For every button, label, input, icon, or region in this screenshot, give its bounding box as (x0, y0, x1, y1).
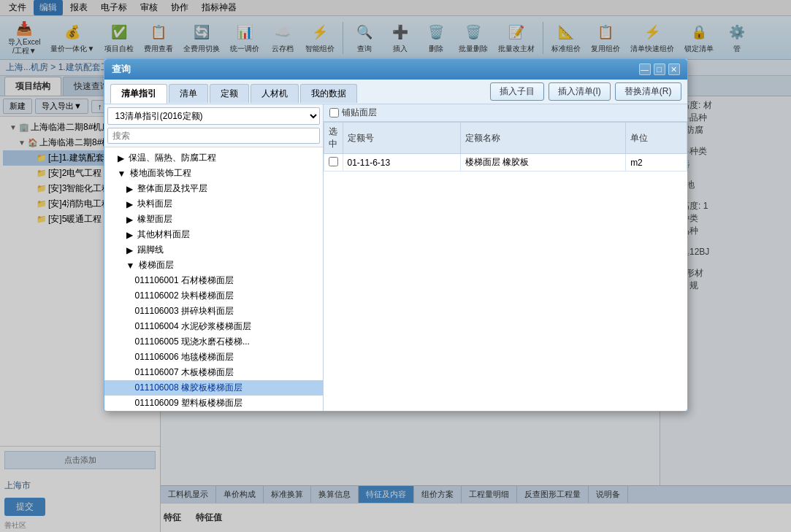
modal-title-bar: 查询 — □ ✕ (104, 59, 687, 80)
section-checkbox[interactable] (329, 108, 339, 117)
tree-arrow-icon: ▼ (118, 169, 126, 179)
tree-item-label: 011106005 现浇水磨石楼梯... (135, 336, 250, 348)
modal-title: 查询 (112, 63, 131, 76)
tree-arrow-icon: ▶ (126, 215, 133, 225)
tree-item-011106009[interactable]: 011106009 塑料板楼梯面层 (104, 396, 323, 411)
tree-item-label: 011106006 地毯楼梯面层 (135, 351, 234, 363)
query-modal: 查询 — □ ✕ 清单指引 清单 定额 人材机 我的数据 插入子目 插入清单(I… (104, 58, 688, 412)
tree-item-011106005[interactable]: 011106005 现浇水磨石楼梯... (104, 334, 323, 350)
insert-target-button[interactable]: 插入子目 (490, 82, 544, 101)
tree-arrow-icon: ▶ (126, 230, 133, 240)
tree-item-label: 保温、隔热、防腐工程 (129, 152, 216, 164)
tree-item-label: 011106001 石材楼梯面层 (135, 274, 234, 287)
search-input[interactable] (107, 128, 320, 144)
tree-item-whole-layer[interactable]: ▶ 整体面层及找平层 (104, 181, 323, 196)
tree-item-011106007[interactable]: 011106007 木板楼梯面层 (104, 365, 323, 380)
modal-tab-my-data[interactable]: 我的数据 (300, 84, 357, 103)
quota-no-cell: 01-11-6-13 (343, 154, 461, 171)
tree-item-label: 楼地面装饰工程 (130, 167, 191, 180)
th-quota-no: 定额号 (343, 123, 461, 154)
replace-list-button[interactable]: 替换清单(R) (615, 82, 681, 101)
tree-item-label: 011106004 水泥砂浆楼梯面层 (135, 320, 251, 333)
tree-item-011106006[interactable]: 011106006 地毯楼梯面层 (104, 350, 323, 365)
modal-tabs-row: 清单指引 清单 定额 人材机 我的数据 插入子目 插入清单(I) 替换清单(R) (104, 80, 687, 104)
row-checkbox-cell[interactable] (324, 154, 343, 171)
tree-item-stair-layer[interactable]: ▼ 楼梯面层 (104, 258, 323, 273)
tree-item-baseboard[interactable]: ▶ 踢脚线 (104, 242, 323, 258)
tree-arrow-icon: ▶ (126, 184, 133, 194)
tree-item-label: 011106009 塑料板楼梯面层 (135, 397, 242, 409)
section-header: 铺贴面层 (324, 104, 687, 122)
tree-item-insulation[interactable]: ▶ 保温、隔热、防腐工程 (104, 150, 323, 166)
th-select: 选中 (324, 123, 343, 154)
tree-item-label: 011106002 块料楼梯面层 (135, 290, 234, 302)
tree-item-label: 楼梯面层 (139, 259, 174, 271)
insert-list-button[interactable]: 插入清单(I) (549, 82, 611, 101)
tree-item-label: 踢脚线 (137, 244, 164, 256)
tree-item-label: 其他材料面层 (137, 228, 190, 241)
modal-tab-labor-material[interactable]: 人材机 (251, 84, 299, 103)
row-checkbox[interactable] (329, 157, 338, 166)
unit-cell: m2 (626, 154, 687, 171)
tree-item-label: 整体面层及找平层 (137, 182, 207, 195)
modal-tab-list[interactable]: 清单 (169, 84, 208, 103)
tree-item-block-layer[interactable]: ▶ 块料面层 (104, 196, 323, 212)
tree-item-rubber-layer[interactable]: ▶ 橡塑面层 (104, 212, 323, 227)
tree-item-label: 011106007 木板楼梯面层 (135, 366, 234, 379)
modal-tab-list-guide[interactable]: 清单指引 (110, 84, 167, 104)
tree-arrow-icon: ▶ (126, 199, 133, 209)
modal-tab-quota[interactable]: 定额 (210, 84, 249, 103)
tree-item-label: 011106003 拼碎块料面层 (135, 305, 234, 317)
modal-close-button[interactable]: ✕ (668, 63, 680, 75)
tree-item-label: 橡塑面层 (137, 213, 172, 225)
table-row[interactable]: 01-11-6-13 楼梯面层 橡胶板 m2 (324, 154, 687, 171)
tree-arrow-icon: ▶ (118, 153, 124, 163)
modal-maximize-button[interactable]: □ (654, 63, 665, 75)
tree-item-011106004[interactable]: 011106004 水泥砂浆楼梯面层 (104, 319, 323, 334)
tree-item-011106008[interactable]: 011106008 橡胶板楼梯面层 (104, 380, 323, 396)
quota-name-cell: 楼梯面层 橡胶板 (461, 154, 626, 171)
tree-item-other-material[interactable]: ▶ 其他材料面层 (104, 227, 323, 242)
tree-item-011106003[interactable]: 011106003 拼碎块料面层 (104, 304, 323, 319)
th-quota-name: 定额名称 (461, 123, 626, 154)
modal-body: 13清单指引(2016定额) ▶ 保温、隔热、防腐工程 ▼ 楼地面装饰工程 ▶ (104, 104, 687, 411)
quota-dropdown[interactable]: 13清单指引(2016定额) (107, 107, 320, 125)
modal-tree-content: ▶ 保温、隔热、防腐工程 ▼ 楼地面装饰工程 ▶ 整体面层及找平层 ▶ 块料面层 (104, 147, 323, 411)
tree-item-011106001[interactable]: 011106001 石材楼梯面层 (104, 273, 323, 288)
tree-item-011106002[interactable]: 011106002 块料楼梯面层 (104, 288, 323, 304)
tree-item-floor-decor[interactable]: ▼ 楼地面装饰工程 (104, 166, 323, 181)
modal-tabs: 清单指引 清单 定额 人材机 我的数据 (110, 84, 357, 103)
modal-tree-panel: 13清单指引(2016定额) ▶ 保温、隔热、防腐工程 ▼ 楼地面装饰工程 ▶ (104, 104, 324, 411)
modal-controls: — □ ✕ (639, 63, 680, 75)
modal-overlay: 查询 — □ ✕ 清单指引 清单 定额 人材机 我的数据 插入子目 插入清单(I… (0, 0, 791, 532)
quota-table: 选中 定额号 定额名称 单位 01-11-6-13 楼梯面层 橡胶板 (324, 122, 687, 171)
modal-minimize-button[interactable]: — (639, 63, 651, 75)
tree-item-label: 011106008 橡胶板楼梯面层 (135, 382, 242, 394)
tree-arrow-icon: ▼ (126, 261, 135, 271)
modal-table-area: 铺贴面层 选中 定额号 定额名称 单位 (324, 104, 687, 411)
modal-action-buttons: 插入子目 插入清单(I) 替换清单(R) (490, 82, 681, 104)
tree-arrow-icon: ▶ (126, 245, 133, 255)
modal-search-area: 13清单指引(2016定额) (104, 104, 323, 147)
section-header-label: 铺贴面层 (342, 107, 377, 119)
tree-item-label: 块料面层 (137, 198, 172, 210)
th-unit: 单位 (626, 123, 687, 154)
